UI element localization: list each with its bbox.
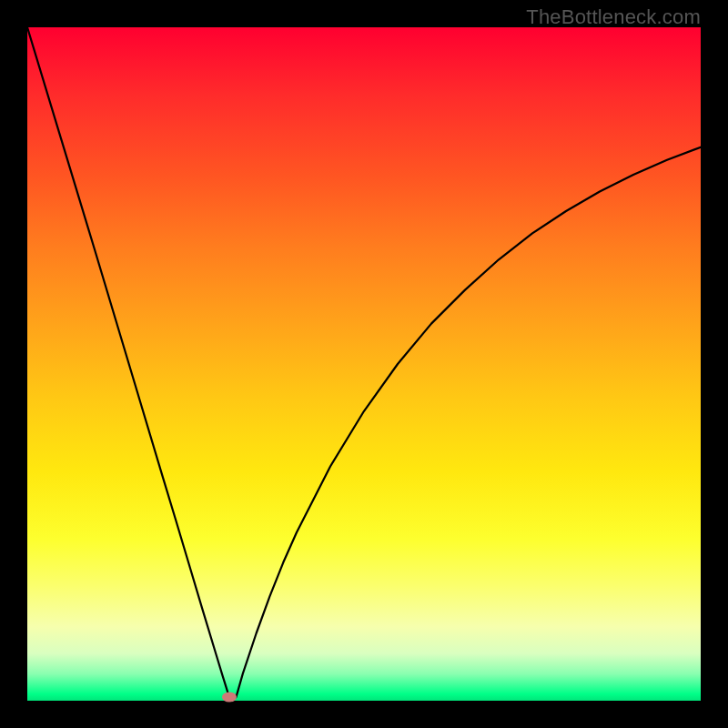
curve-layer [27,27,701,701]
chart-container: TheBottleneck.com [0,0,728,728]
bottleneck-curve [27,27,701,697]
watermark-text: TheBottleneck.com [526,5,701,29]
optimum-marker [222,693,237,703]
